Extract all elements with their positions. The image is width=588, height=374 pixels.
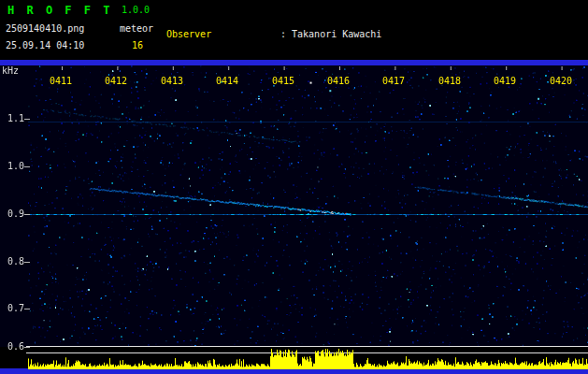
- info-value: : Takanori Kawachi: [280, 28, 381, 40]
- freq-label: 0.8: [0, 256, 24, 266]
- freq-label: 1.0: [0, 161, 24, 171]
- freq-label: 0.9: [0, 209, 24, 219]
- info-row-observer: Observer: Takanori Kawachi: [166, 28, 495, 40]
- time-label: 0411: [50, 76, 72, 86]
- time-label: 0420: [550, 76, 572, 86]
- output-filename: 2509140410.png: [6, 23, 84, 34]
- time-label: 0414: [216, 76, 238, 86]
- time-label: 0412: [105, 76, 127, 86]
- app-title: H R O F F T: [7, 4, 112, 17]
- freq-label: 0.6: [0, 341, 24, 352]
- spectrogram-canvas: [0, 65, 588, 374]
- app-version: 1.0.0: [122, 5, 150, 15]
- time-label: 0419: [494, 76, 516, 86]
- time-label: 0415: [272, 76, 294, 86]
- y-axis-unit-label: kHz: [2, 65, 19, 76]
- meteor-label: meteor: [120, 23, 153, 34]
- time-label: 0417: [382, 76, 405, 86]
- freq-label: 1.1: [0, 113, 24, 123]
- meteor-count: 16: [132, 40, 143, 50]
- time-label: 0413: [161, 76, 183, 86]
- hrofft-screen: H R O F F T 1.0.0 2509140410.png meteor …: [0, 0, 588, 374]
- time-label: 0416: [327, 76, 350, 86]
- frame-timestamp: 25.09.14 04:10: [6, 40, 84, 50]
- info-label: Observer: [166, 28, 280, 40]
- time-label: 0418: [438, 76, 461, 86]
- freq-label: 0.7: [0, 303, 24, 313]
